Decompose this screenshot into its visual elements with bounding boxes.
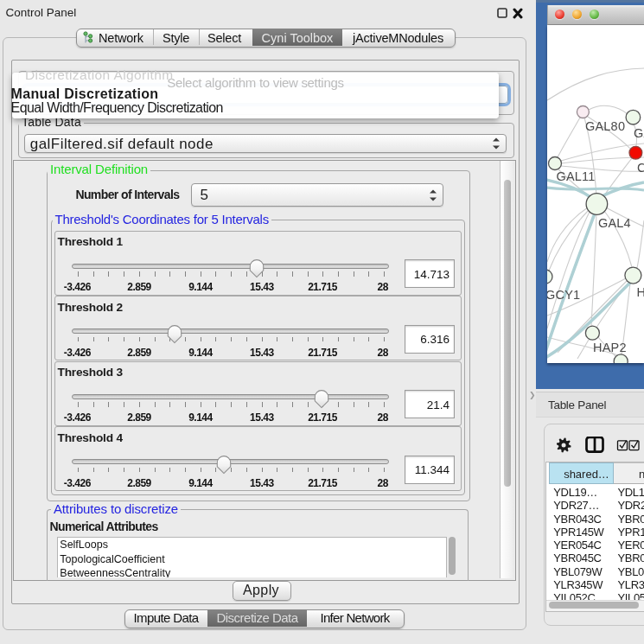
svg-text:GAL11: GAL11 [557, 169, 596, 183]
svg-text:CYC: CYC [637, 161, 644, 175]
svg-text:GAL80: GAL80 [585, 119, 625, 133]
svg-text:GAL4: GAL4 [598, 216, 631, 230]
svg-text:HAP2: HAP2 [593, 341, 627, 354]
svg-text:HIS: HIS [636, 285, 644, 299]
svg-text:GCY1: GCY1 [547, 288, 580, 302]
svg-text:GAL7: GAL7 [634, 126, 644, 140]
